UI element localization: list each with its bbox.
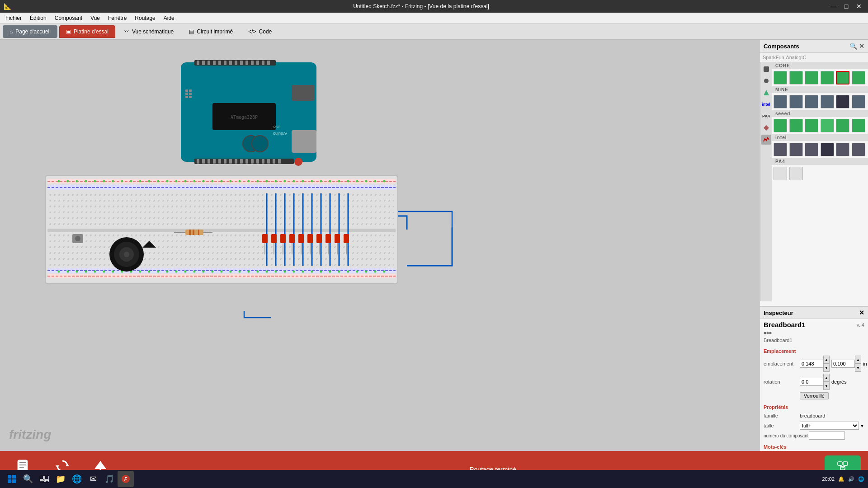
menu-aide[interactable]: Aide [160,14,178,22]
comp-item[interactable] [789,167,803,180]
comp-item[interactable] [836,95,849,108]
taskbar-search-button[interactable]: 🔍 [20,471,36,487]
comp-item[interactable] [789,119,803,132]
comp-item[interactable] [789,143,803,156]
y-up-btn[interactable]: ▲ [855,356,861,364]
comp-item[interactable] [805,143,818,156]
comp-item[interactable] [821,119,834,132]
y-spinners[interactable]: ▲ ▼ [855,356,861,372]
comp-item[interactable] [805,119,818,132]
menu-routage[interactable]: Routage [131,14,159,22]
comp-item[interactable] [821,95,834,108]
comp-item[interactable] [852,143,865,156]
comp-item-highlighted[interactable] [836,71,849,84]
close-button[interactable]: ✕ [854,2,864,11]
comp-item[interactable] [774,119,787,132]
inspector-numero-input[interactable] [809,432,845,440]
breadboard[interactable]: // This won't execute in SVG, dots drawn… [45,175,398,290]
rotation-spinners[interactable]: ▲ ▼ [823,374,830,390]
inspector-rotation-input[interactable] [800,378,823,386]
svg-point-88 [221,180,223,183]
svg-rect-22 [224,159,226,164]
menu-fenetre[interactable]: Fenêtre [104,14,130,22]
arduino-board[interactable]: ATmega328P Arduino UNO [176,58,321,168]
taskbar-music-button[interactable]: 🎵 [101,471,118,487]
taskbar-taskview-button[interactable] [36,471,52,487]
tab-home[interactable]: ⌂ Page d'accueil [3,25,57,38]
side-icon-seeed[interactable] [761,88,771,98]
svg-marker-202 [94,461,106,469]
side-icon-core[interactable] [761,64,771,74]
comp-item[interactable] [821,143,834,156]
menu-edition[interactable]: Édition [26,14,50,22]
menu-composant[interactable]: Composant [51,14,86,22]
search-icon[interactable]: 🔍 [849,42,857,50]
svg-point-106 [383,180,386,183]
taskbar-start-button[interactable] [4,471,20,487]
side-icon-contrib[interactable] [761,123,771,133]
comp-item[interactable] [774,167,787,180]
code-icon: </> [248,28,256,35]
tab-code[interactable]: </> Code [241,25,278,38]
svg-rect-21 [218,159,221,164]
main-layout: ATmega328P Arduino UNO [0,40,868,451]
taskbar-network-icon[interactable]: 🌐 [858,476,864,482]
partager-icon [837,461,848,470]
menu-vue[interactable]: Vue [87,14,104,22]
svg-rect-155 [271,234,277,243]
taskbar-volume-icon[interactable]: 🔊 [848,476,854,482]
x-down-btn[interactable]: ▼ [823,364,830,372]
tab-breadboard[interactable]: ▣ Platine d'essai [59,25,115,38]
taskbar-explorer-button[interactable]: 📁 [52,471,69,487]
taskbar-mail-button[interactable]: ✉ [85,471,101,487]
comp-item[interactable] [836,143,849,156]
comp-item[interactable] [774,95,787,108]
comp-item[interactable] [836,119,849,132]
y-down-btn[interactable]: ▼ [855,364,861,372]
side-icon-pa4[interactable]: PA4 [761,111,771,121]
menu-fichier[interactable]: Fichier [2,14,25,22]
svg-marker-189 [764,90,769,95]
rotation-up-btn[interactable]: ▲ [823,374,830,382]
components-body: intel PA4 CORE [760,62,868,301]
taskbar-browser-button[interactable]: 🌐 [69,471,85,487]
inspector-x-input[interactable] [800,360,823,368]
comp-item[interactable] [789,95,803,108]
x-up-btn[interactable]: ▲ [823,356,830,364]
inspector-close-icon[interactable]: ✕ [859,309,864,316]
canvas-area[interactable]: ATmega328P Arduino UNO [0,40,760,451]
search-filter-text: SparkFun-AnalogIC [763,55,807,60]
comp-item[interactable] [821,71,834,84]
svg-rect-45 [189,93,192,95]
inspector-y-input-group[interactable]: ▲ ▼ [831,356,861,372]
side-icon-analog[interactable] [761,135,771,145]
comp-item[interactable] [805,71,818,84]
inspector-rotation-input-group[interactable]: ▲ ▼ [800,374,830,390]
rotation-down-btn[interactable]: ▼ [823,382,830,390]
taskbar-notification-icon[interactable]: 🔔 [838,476,844,482]
comp-item[interactable] [789,71,803,84]
comp-item[interactable] [852,71,865,84]
comp-item[interactable] [774,71,787,84]
svg-rect-213 [40,476,43,479]
minimize-button[interactable]: — [828,2,839,11]
inspector-y-input[interactable] [831,360,855,368]
comp-item[interactable] [805,95,818,108]
side-icon-mine[interactable] [761,76,771,86]
tab-schematic[interactable]: 〰 Vue schématique [117,25,180,38]
taskbar-fritzing-button[interactable]: F [118,471,134,487]
comp-item[interactable] [852,95,865,108]
window-controls: — □ ✕ [828,2,864,11]
side-icon-intel[interactable]: intel [761,99,771,109]
tab-pcb[interactable]: ▤ Circuit imprimé [182,25,240,38]
svg-point-137 [329,271,331,273]
inspector-locked-btn[interactable]: Verrouillé [800,392,829,399]
inspector-x-input-group[interactable]: ▲ ▼ [800,356,830,372]
maximize-button[interactable]: □ [841,2,852,11]
comp-item[interactable] [852,119,865,132]
tab-bar: ⌂ Page d'accueil ▣ Platine d'essai 〰 Vue… [0,23,868,40]
inspector-taille-select[interactable]: full+ full half [800,422,859,430]
x-spinners[interactable]: ▲ ▼ [823,356,830,372]
comp-item[interactable] [774,143,787,156]
close-panel-icon[interactable]: ✕ [859,42,864,50]
